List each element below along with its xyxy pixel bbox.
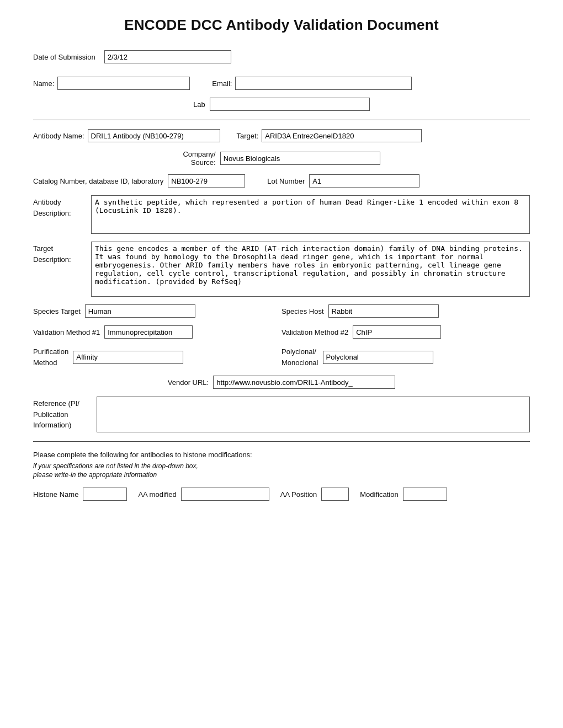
catalog-label: Catalog Number, database ID, laboratory xyxy=(33,177,163,185)
company-label: Company/ Source: xyxy=(183,150,215,167)
polyclonal-label: Polyclonal/ Monoclonal xyxy=(282,346,318,368)
reference-label: Reference (PI/ Publication Information) xyxy=(33,397,97,431)
species-target-input[interactable] xyxy=(85,304,195,318)
polyclonal-input[interactable] xyxy=(323,351,433,364)
reference-textarea[interactable] xyxy=(97,397,530,432)
purification-label: Purification Method xyxy=(33,346,68,368)
aa-modified-label: AA modified xyxy=(138,490,176,499)
species-target-label: Species Target xyxy=(33,307,81,315)
modification-input[interactable] xyxy=(403,488,447,501)
antibody-desc-textarea[interactable]: A synthetic peptide, which represented a… xyxy=(91,195,530,234)
histone-note3: please write-in the appropriate informat… xyxy=(33,471,530,479)
antibody-name-label: Antibody Name: xyxy=(33,132,84,140)
page-title: ENCODE DCC Antibody Validation Document xyxy=(33,17,530,34)
date-label: Date of Submission xyxy=(33,53,95,61)
target-desc-textarea[interactable]: This gene encodes a member of the ARID (… xyxy=(91,242,530,297)
lab-label: Lab xyxy=(193,100,205,109)
email-label: Email: xyxy=(212,79,232,88)
vendor-url-input[interactable] xyxy=(213,376,395,389)
name-label: Name: xyxy=(33,79,54,88)
lot-input[interactable] xyxy=(309,174,419,188)
antibody-name-input[interactable] xyxy=(88,129,220,142)
aa-position-input[interactable] xyxy=(321,488,349,501)
species-host-input[interactable] xyxy=(328,304,439,318)
histone-name-input[interactable] xyxy=(83,488,127,501)
validation2-input[interactable] xyxy=(353,325,441,339)
validation1-label: Validation Method #1 xyxy=(33,328,100,336)
modification-label: Modification xyxy=(360,490,398,499)
name-input[interactable] xyxy=(57,77,190,90)
catalog-input[interactable] xyxy=(168,174,245,188)
aa-modified-input[interactable] xyxy=(181,488,269,501)
target-input[interactable] xyxy=(262,129,422,142)
vendor-url-label: Vendor URL: xyxy=(168,378,209,387)
species-host-label: Species Host xyxy=(282,307,324,315)
histone-note1: Please complete the following for antibo… xyxy=(33,451,530,459)
target-label: Target: xyxy=(237,132,259,140)
purification-input[interactable] xyxy=(73,351,183,364)
histone-note2: if your specifications are not listed in… xyxy=(33,462,530,470)
date-input[interactable] xyxy=(104,50,231,63)
target-desc-label: Target Description: xyxy=(33,242,91,265)
lab-input[interactable] xyxy=(210,98,370,111)
validation1-input[interactable] xyxy=(104,325,193,339)
histone-name-label: Histone Name xyxy=(33,490,78,499)
validation2-label: Validation Method #2 xyxy=(282,328,348,336)
aa-position-label: AA Position xyxy=(280,490,317,499)
email-input[interactable] xyxy=(235,77,412,90)
lot-label: Lot Number xyxy=(267,177,305,185)
company-input[interactable] xyxy=(220,152,380,165)
antibody-desc-label: Antibody Description: xyxy=(33,195,91,218)
